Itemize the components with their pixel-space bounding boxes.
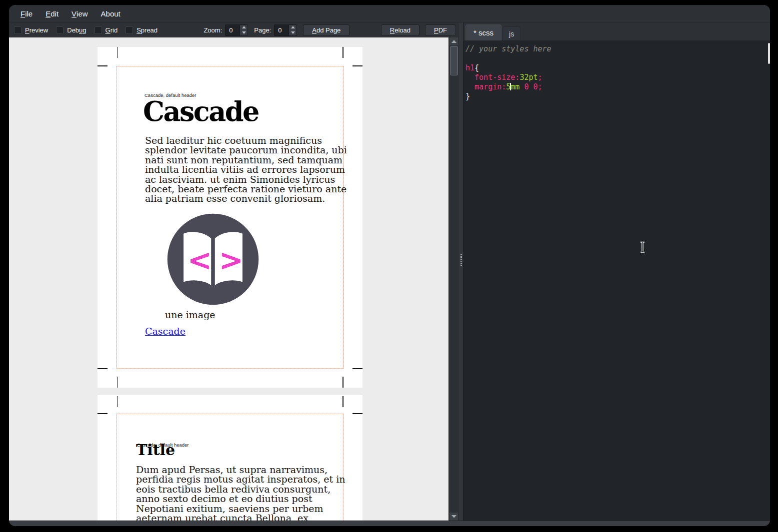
section-title: Title [136, 441, 175, 459]
logo-circle [168, 214, 258, 305]
preview-page-2: Cascade, default header Title Dum apud P… [98, 395, 362, 521]
checkbox-grid[interactable]: Grid [94, 26, 118, 34]
checkbox-spread-label: Spread [136, 26, 158, 34]
crop-mark [118, 47, 118, 58]
document-paragraph: Dum apud Persas, ut supra narravimus,per… [136, 465, 345, 521]
page-increment-button[interactable] [289, 25, 296, 30]
menu-file[interactable]: File [14, 5, 39, 22]
document-preview: Cascade, default header Cascade Sed laed… [9, 37, 448, 521]
editor-panel: * scss js // your styles hereh1{ font-si… [463, 22, 770, 521]
crop-mark [352, 65, 362, 66]
pdf-button[interactable]: PDF [425, 24, 456, 36]
book-logo-image: < > [166, 212, 260, 307]
up-arrow-icon [242, 26, 246, 28]
mouse-cursor-ibeam [638, 240, 646, 253]
panel-splitter[interactable] [459, 22, 463, 521]
preview-scrollbar[interactable] [448, 37, 459, 521]
menu-view[interactable]: View [65, 5, 94, 22]
scrollbar-up-button[interactable] [450, 37, 458, 45]
crop-mark [98, 413, 108, 414]
menubar: File Edit View About [9, 5, 770, 22]
editor-code-area[interactable]: // your styles hereh1{ font-size:32pt; m… [464, 40, 770, 521]
logo-right-angle-glyph: > [218, 243, 243, 277]
reload-button[interactable]: Reload [381, 24, 420, 36]
page-value[interactable]: 0 [274, 25, 288, 35]
checkbox-debug-box[interactable] [56, 26, 64, 34]
checkbox-grid-label: Grid [106, 26, 118, 34]
scrollbar-thumb[interactable] [450, 46, 458, 75]
app-window: File Edit View About Preview Debug Grid [9, 5, 770, 526]
tab-scss[interactable]: * scss [466, 24, 502, 40]
checkbox-preview[interactable]: Preview [14, 26, 48, 34]
crop-mark [342, 396, 344, 407]
crop-mark [98, 368, 108, 369]
page-decrement-button[interactable] [289, 30, 296, 35]
crop-mark [342, 377, 344, 388]
zoom-spinbox[interactable]: 0 [225, 24, 248, 36]
document-paragraph: Sed laeditur hic coetuum magnificussplen… [145, 136, 347, 204]
zoom-value[interactable]: 0 [226, 25, 240, 35]
cascade-link[interactable]: Cascade [145, 326, 186, 337]
crop-mark [118, 396, 118, 407]
checkbox-spread[interactable]: Spread [126, 26, 158, 34]
crop-mark [342, 47, 344, 58]
checkbox-debug[interactable]: Debug [56, 26, 86, 34]
crop-mark [98, 65, 108, 66]
checkbox-grid-box[interactable] [94, 26, 102, 34]
window-bottom-strip [9, 521, 770, 526]
down-arrow-icon [291, 31, 295, 34]
scrollbar-down-button[interactable] [450, 513, 458, 521]
zoom-decrement-button[interactable] [240, 30, 248, 35]
menu-about[interactable]: About [94, 5, 127, 22]
page-spinbox[interactable]: 0 [274, 24, 297, 36]
editor-tabbar: * scss js [464, 22, 770, 40]
page-label: Page: [254, 26, 271, 34]
down-arrow-icon [452, 515, 456, 518]
tab-js[interactable]: js [502, 26, 520, 40]
checkbox-preview-label: Preview [25, 26, 48, 34]
checkbox-debug-label: Debug [67, 26, 86, 34]
up-arrow-icon [452, 40, 456, 43]
splitter-grip-icon [460, 254, 462, 267]
image-caption: une image [165, 309, 216, 320]
code-lines: // your styles hereh1{ font-size:32pt; m… [466, 44, 770, 101]
crop-mark [118, 377, 118, 388]
zoom-increment-button[interactable] [240, 25, 248, 30]
crop-mark [352, 413, 362, 414]
checkbox-spread-box[interactable] [126, 26, 133, 34]
checkbox-preview-box[interactable] [14, 26, 22, 34]
page-spin-buttons [288, 25, 296, 35]
editor-scrollbar-thumb[interactable] [768, 43, 770, 64]
menu-edit[interactable]: Edit [39, 5, 65, 22]
down-arrow-icon [242, 31, 246, 34]
logo-left-angle-glyph: < [188, 243, 212, 277]
zoom-spin-buttons [240, 25, 248, 35]
document-title: Cascade [143, 97, 258, 126]
add-page-button[interactable]: Add Page [303, 24, 350, 36]
crop-mark [352, 368, 362, 369]
toolbar: Preview Debug Grid Spread Zoom: 0 [9, 22, 459, 37]
zoom-label: Zoom: [204, 26, 222, 34]
preview-page-1: Cascade, default header Cascade Sed laed… [98, 47, 362, 388]
up-arrow-icon [291, 26, 295, 28]
